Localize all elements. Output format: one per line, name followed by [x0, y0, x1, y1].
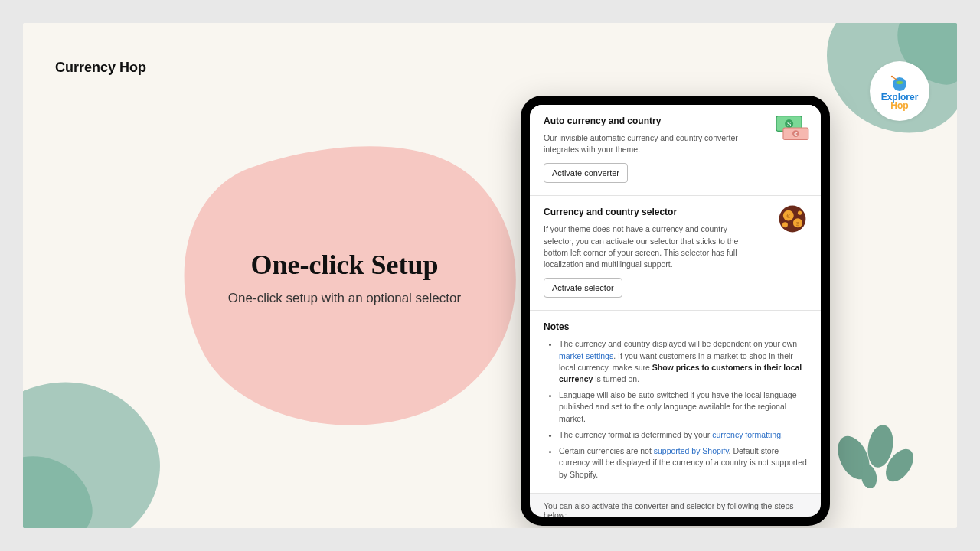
svg-text:$: $ [796, 220, 800, 227]
section-body: Our invisible automatic currency and cou… [544, 132, 758, 155]
note-item: The currency format is determined by you… [559, 429, 807, 441]
supported-by-shopify-link[interactable]: supported by Shopify [654, 446, 729, 455]
svg-text:€: € [794, 131, 798, 138]
hero-title: One-click Setup [214, 249, 475, 281]
note-item: The currency and country displayed will … [559, 338, 807, 385]
promo-card: Currency Hop One-click Setup One-click s… [23, 23, 957, 528]
leaves-decor [827, 404, 919, 488]
svg-text:$: $ [787, 120, 791, 128]
brand-name: Currency Hop [55, 60, 146, 76]
note-item: Language will also be auto-switched if y… [559, 390, 807, 425]
globe-icon [888, 73, 911, 93]
market-settings-link[interactable]: market settings [559, 351, 613, 360]
notes-title: Notes [544, 321, 807, 332]
section-body: If your theme does not have a currency a… [544, 223, 750, 270]
logo-line2: Hop [890, 101, 908, 110]
section-title: Auto currency and country [544, 116, 807, 126]
blob-bottomleft-decor [23, 344, 230, 528]
followup-intro: You can also activate the converter and … [544, 501, 807, 517]
tablet-screen: $ € Auto currency and country Our invisi… [530, 105, 821, 517]
coins-icon: € $ [775, 204, 810, 234]
section-auto-currency: $ € Auto currency and country Our invisi… [530, 105, 821, 196]
svg-text:€: € [786, 213, 790, 220]
svg-point-18 [798, 211, 802, 215]
currency-formatting-link[interactable]: currency formatting [712, 430, 781, 439]
hero-subtitle: One-click setup with an optional selecto… [184, 291, 505, 306]
followup-steps: You can also activate the converter and … [530, 494, 821, 517]
section-title: Currency and country selector [544, 207, 807, 217]
note-item: Certain currencies are not supported by … [559, 445, 807, 481]
explorer-hop-logo: Explorer Hop [870, 61, 929, 121]
tablet-mockup: $ € Auto currency and country Our invisi… [521, 96, 830, 526]
money-icon: $ € [775, 112, 810, 143]
svg-point-17 [782, 223, 788, 228]
section-notes: Notes The currency and country displayed… [530, 311, 821, 493]
activate-selector-button[interactable]: Activate selector [544, 278, 622, 298]
section-selector: € $ Currency and country selector If you… [530, 196, 821, 311]
svg-point-5 [891, 75, 893, 77]
activate-converter-button[interactable]: Activate converter [544, 163, 628, 183]
